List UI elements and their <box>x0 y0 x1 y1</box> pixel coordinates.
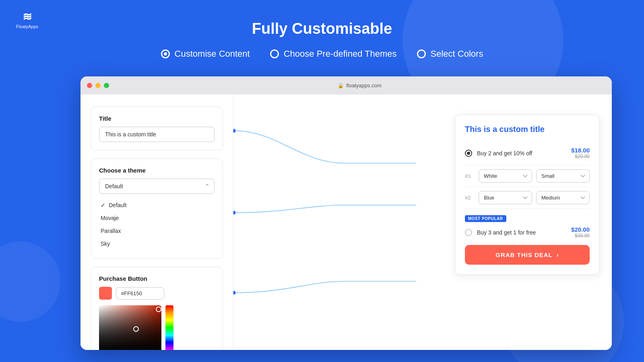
svg-point-0 <box>233 129 236 132</box>
theme-select-wrapper: Default Movaje Parallax Sky ⌃ <box>99 179 215 194</box>
theme-select[interactable]: Default Movaje Parallax Sky <box>99 179 215 194</box>
theme-label: Choose a theme <box>99 167 215 174</box>
cta-arrow-icon: › <box>557 251 559 258</box>
color-label: Purchase Button <box>99 275 215 282</box>
variant-size-select-1[interactable]: Small Medium Large <box>536 169 590 183</box>
popular-price-col: $20.00 $30.00 <box>571 226 590 239</box>
preview-card: This is a custom title Buy 2 and get 10%… <box>455 115 600 275</box>
variant-num-2: #2 <box>465 195 475 201</box>
offer-radio-1[interactable] <box>465 150 472 157</box>
variant-color-select-2[interactable]: Blue White Red <box>479 191 532 204</box>
theme-option-sky[interactable]: Sky <box>99 237 215 250</box>
price-old-1: $20.00 <box>571 154 590 159</box>
color-section: Purchase Button <box>91 267 223 350</box>
popular-radio[interactable] <box>465 229 472 236</box>
browser-content: Title Choose a theme Default Movaje Para… <box>80 95 612 350</box>
browser-window: 🔒 floatyapps.com Title Choose a theme De… <box>80 76 612 350</box>
variant-size-select-2[interactable]: Medium Small Large <box>536 191 590 204</box>
offer-text-1: Buy 2 and get 10% off <box>477 150 571 156</box>
tab-select-colors[interactable]: Select Colors <box>417 49 483 59</box>
browser-dots <box>87 83 109 88</box>
price-new-1: $18.00 <box>571 147 590 154</box>
tab-label-1: Customise Content <box>175 49 250 59</box>
tab-label-3: Select Colors <box>431 49 483 59</box>
popular-offer-text: Buy 3 and get 1 for free <box>477 229 571 236</box>
popular-price-old: $30.00 <box>571 233 590 239</box>
dot-red[interactable] <box>87 83 92 88</box>
left-panel: Title Choose a theme Default Movaje Para… <box>80 95 233 350</box>
offer-price-col-1: $18.00 $20.00 <box>571 147 590 159</box>
cta-button-label: GRAB THIS DEAL <box>495 251 553 258</box>
variant-row-2: #2 Blue White Red Medium Small Large <box>465 187 590 209</box>
header-tabs: Customise Content Choose Pre-defined The… <box>0 49 644 59</box>
theme-options-list: ✓ Default Movaje Parallax Sky <box>99 199 215 250</box>
variant-color-select-1[interactable]: White Blue Red <box>479 169 532 183</box>
svg-point-1 <box>233 211 236 214</box>
theme-option-movaje[interactable]: Movaje <box>99 212 215 224</box>
offer-row-1: Buy 2 and get 10% off $18.00 $20.00 <box>465 141 590 165</box>
tab-pre-defined-themes[interactable]: Choose Pre-defined Themes <box>270 49 397 59</box>
tab-customise-content[interactable]: Customise Content <box>161 49 250 59</box>
color-input-row <box>99 287 215 300</box>
dot-yellow[interactable] <box>95 83 101 88</box>
theme-option-default[interactable]: ✓ Default <box>99 199 215 212</box>
color-hex-input[interactable] <box>116 287 164 300</box>
tab-radio-1 <box>161 49 170 58</box>
popular-price-new: $20.00 <box>571 226 590 233</box>
most-popular-badge: MOST POPULAR <box>465 215 506 222</box>
theme-section: Choose a theme Default Movaje Parallax S… <box>91 158 223 259</box>
logo-text: FloatyApps <box>16 24 38 29</box>
logo-icon: ≋ <box>23 10 32 23</box>
preview-title: This is a custom title <box>465 125 590 134</box>
color-swatch <box>99 287 112 300</box>
cta-button[interactable]: GRAB THIS DEAL › <box>465 245 590 265</box>
browser-bar: 🔒 floatyapps.com <box>80 76 612 95</box>
svg-point-2 <box>233 291 236 294</box>
variant-num-1: #1 <box>465 173 475 179</box>
browser-url-text: floatyapps.com <box>346 82 381 88</box>
tab-radio-2 <box>270 49 279 58</box>
most-popular-section: MOST POPULAR Buy 3 and get 1 for free $2… <box>465 214 590 239</box>
tab-label-2: Choose Pre-defined Themes <box>284 49 397 59</box>
title-input[interactable] <box>99 127 215 142</box>
title-section: Title <box>91 107 223 150</box>
right-panel: This is a custom title Buy 2 and get 10%… <box>233 95 612 350</box>
lock-icon: 🔒 <box>338 83 344 88</box>
title-label: Title <box>99 115 215 122</box>
color-picker-canvas[interactable] <box>99 305 161 350</box>
theme-option-parallax[interactable]: Parallax <box>99 224 215 237</box>
variant-row-1: #1 White Blue Red Small Medium Large <box>465 165 590 187</box>
color-picker-row <box>99 305 215 350</box>
popular-offer-row: Buy 3 and get 1 for free $20.00 $30.00 <box>465 226 590 239</box>
logo: ≋ FloatyApps <box>16 10 38 29</box>
browser-url-bar: 🔒 floatyapps.com <box>114 82 605 88</box>
page-title: Fully Customisable <box>0 20 644 37</box>
dot-green[interactable] <box>104 83 109 88</box>
color-picker-handle-2 <box>156 306 161 312</box>
tab-radio-3 <box>417 49 426 58</box>
color-hue-bar[interactable] <box>165 305 173 350</box>
checkmark-icon: ✓ <box>101 202 105 208</box>
page-header: Fully Customisable Customise Content Cho… <box>0 0 644 71</box>
